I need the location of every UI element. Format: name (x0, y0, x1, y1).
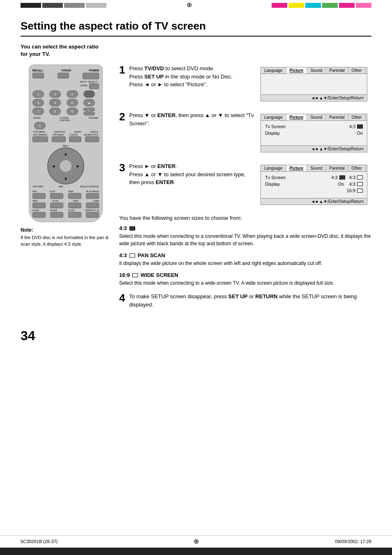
btn-up-arrow[interactable]: ▲ (83, 99, 95, 106)
step-2-text: Press ▼ or ENTER, then press ▲ or ▼ to s… (129, 111, 256, 127)
step-1-menu-footer: ◄►▲▼/Enter/Setup/Return (261, 94, 367, 101)
step-1-menu: Language Picture Sound Parental Other ◄►… (261, 64, 371, 101)
game-label: GAME (80, 84, 88, 89)
tab-picture-1: Picture (286, 67, 307, 74)
page-number: 34 (21, 328, 371, 343)
tab-parental-3: Parental (326, 165, 348, 171)
tab-other-3: Other (348, 165, 366, 171)
btn-jump[interactable] (86, 203, 99, 208)
btn-repeat-ab[interactable] (86, 212, 99, 218)
tab-parental-2: Parental (326, 114, 348, 120)
step-3-text: Press ► or ENTER. Press ▲ or ▼ to select… (129, 162, 256, 187)
power-label: POWER (89, 69, 99, 72)
row-labels-3: SET UP/MENU DVD MENU CANCEL ZOOM/CH RTN (33, 134, 98, 136)
step-4-text: To make SETUP screen disappear, press SE… (129, 292, 371, 309)
screen-types-section: You have the following screen sizes to c… (119, 215, 371, 287)
screen-type-43-icon (129, 226, 135, 230)
btn-2[interactable]: 2 (49, 90, 61, 98)
tab-language-3: Language (261, 165, 286, 171)
input-select-btn[interactable] (89, 83, 99, 89)
btn-skip-back[interactable] (32, 203, 46, 208)
ch-plus-label: CH + (63, 145, 69, 147)
menu-row-tvscreen-3: Tv Screen 4:3 4:3 (265, 175, 363, 180)
nav-down-icon: ▼ (64, 177, 68, 181)
step-3-menu-footer: ◄►▲▼/Enter/Setup/Return (261, 198, 367, 205)
menu-row-169-3: 16:9 (265, 188, 363, 193)
screen-type-panscan-icon (129, 253, 135, 258)
btn-skip-fwd[interactable] (68, 203, 81, 208)
screen-type-43-label: 4:3 (119, 225, 127, 231)
note-title: Note: (21, 227, 111, 233)
step-2: 2 Press ▼ or ENTER, then press ▲ or ▼ to… (119, 111, 371, 152)
recall-label: RECALL (32, 69, 43, 72)
nav-center-btn[interactable] (60, 160, 72, 172)
btn-slow-back[interactable] (32, 212, 46, 218)
nav-left-icon: ◄ (51, 164, 55, 168)
step-2-number: 2 (119, 111, 125, 122)
note-box: Note: If the DVD disc is not formatted i… (21, 227, 111, 247)
btn-8[interactable]: 8 (49, 108, 61, 115)
tab-sound-1: Sound (307, 67, 326, 74)
tab-parental-1: Parental (326, 67, 348, 74)
tab-sound-2: Sound (307, 114, 326, 120)
screen-type-169: 16:9 WIDE SCREEN Select this mode when c… (119, 272, 371, 287)
input-select-label: INPUT SELECT (32, 81, 97, 83)
btn-7[interactable]: 7 (32, 108, 44, 115)
btn-volume-down[interactable]: - (83, 112, 95, 115)
btn-3[interactable]: 3 (67, 90, 78, 98)
tab-other-2: Other (348, 114, 366, 120)
btn-playmode[interactable] (86, 193, 99, 199)
screen-type-panscan-desc: It displays the wide picture on the whol… (119, 260, 371, 267)
btn-game[interactable] (83, 90, 95, 98)
btn-9[interactable]: 9 (67, 108, 78, 115)
screen-type-169-icon (132, 273, 138, 277)
power-btn[interactable] (83, 73, 99, 79)
footer-left: 5C30201B (28-37) (21, 539, 58, 544)
btn-6[interactable]: 6 (67, 99, 78, 106)
btn-stop[interactable] (50, 203, 63, 208)
tvdvd-btn[interactable] (58, 73, 69, 78)
btn-cancel[interactable] (69, 136, 81, 142)
note-text: If the DVD disc is not formatted in the … (21, 235, 111, 247)
step-2-menu-footer: ◄►▲▼/Enter/Setup/Return (261, 145, 367, 152)
recall-btn[interactable] (32, 73, 44, 78)
btn-rev[interactable] (32, 193, 46, 199)
nav-up-icon: ▲ (64, 152, 68, 156)
nav-pad[interactable]: ▲ ▼ ◄ ► (47, 147, 84, 184)
footer-right: 09/09/2002, 17:28 (335, 539, 371, 544)
screen-type-43-desc: Select this mode when connecting to a co… (119, 233, 371, 247)
registration-mark-bottom: ⊕ (194, 537, 199, 545)
step-2-menu: Language Picture Sound Parental Other Tv… (261, 111, 371, 152)
tvdvd-label: TV/DVD (61, 69, 71, 72)
menu-row-tvscreen-2: Tv Screen 4:3 (265, 124, 363, 129)
btn-1[interactable]: 1 (32, 90, 44, 98)
btn-dvd-menu[interactable] (52, 136, 66, 142)
step-4-number: 4 (119, 292, 125, 303)
btn-5[interactable]: 5 (49, 99, 61, 106)
btn-4[interactable]: 4 (32, 99, 44, 106)
step-3-menu-tabs: Language Picture Sound Parental Other (261, 165, 367, 172)
row-labels-2: TOP MENU SUBTITLE AUDIO ANGLE (33, 131, 98, 133)
tab-sound-3: Sound (307, 165, 326, 171)
row-labels-1: SLEEP CLOSEDCAPTION VOLUME (33, 117, 98, 122)
page-title: Setting the aspect ratio of TV screen (21, 20, 371, 37)
btn-0[interactable]: 0 (34, 122, 46, 129)
btn-pause[interactable] (50, 212, 63, 218)
btn-setup-menu[interactable] (32, 136, 48, 142)
screen-type-43-normal: 4:3 Select this mode when connecting to … (119, 225, 371, 247)
step-1-text: Press TV/DVD to select DVD mode. Press S… (129, 64, 256, 89)
btn-zoom[interactable] (85, 136, 99, 142)
btn-slow-fwd[interactable] (68, 212, 81, 218)
registration-mark-top: ⊕ (106, 1, 272, 9)
screen-type-43-panscan: 4:3 PAN SCAN It displays the wide pictur… (119, 252, 371, 267)
step-2-menu-tabs: Language Picture Sound Parental Other (261, 114, 367, 121)
screen-type-panscan-subtitle: PAN SCAN (138, 252, 165, 258)
btn-play[interactable] (50, 193, 63, 199)
transport-labels-2: SKIP STOP SKIP JUMP (32, 200, 99, 202)
btn-fwd[interactable] (68, 193, 81, 199)
btn-volume-up[interactable]: + (83, 108, 95, 111)
nav-bottom-labels: RETURN CH – SELECT/ENTER (33, 185, 99, 188)
tab-picture-3: Picture (286, 165, 307, 171)
tab-language-1: Language (261, 67, 286, 74)
step-1-number: 1 (119, 64, 125, 75)
